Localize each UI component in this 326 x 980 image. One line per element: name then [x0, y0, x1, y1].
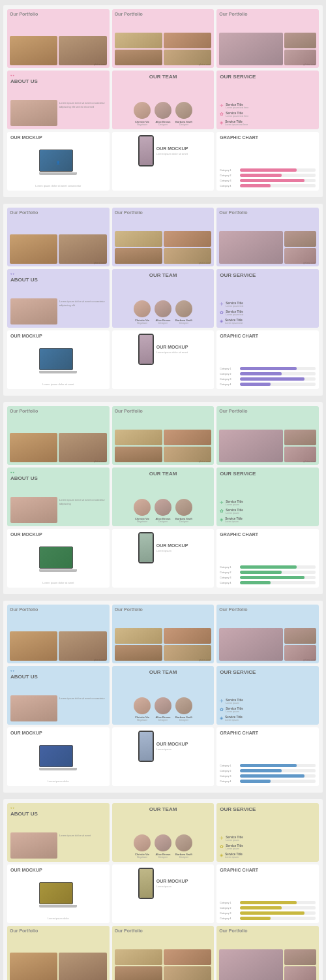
- heart-deco-about: ♥ ♥: [10, 74, 106, 77]
- pink-about-slide: ♥ ♥ ABOUT US Lorem ipsum dolor sit amet …: [7, 71, 110, 129]
- pink-portfolio-row: Our Portfolio gfxtra.com Our Portfolio: [7, 9, 319, 68]
- sky-portfolio-slide-2: Our Portfolio gfxtra.com: [112, 605, 215, 663]
- yellow-mockup1-slide: OUR MOCKUP Lorem ipsum dolor: [7, 864, 110, 923]
- mint-portfolio-row: Our Portfolio gfxtra.com Our Portfolio: [7, 406, 319, 465]
- lav-mockup1-slide: OUR MOCKUP Lorem ipsum dolor sit amet: [7, 330, 110, 389]
- team-member-3: Barbara Swift Designer: [175, 102, 192, 126]
- service-icon-1: ✈: [220, 103, 224, 108]
- lav-mockup-row: OUR MOCKUP Lorem ipsum dolor sit amet: [7, 330, 319, 389]
- yellow-about-slide: ♥ ♥ ABOUT US Lorem ipsum dolor sit amet: [7, 803, 110, 862]
- pink-portfolio-slide-2: Our Portfolio gfxtra.com: [112, 9, 215, 68]
- pink-chart-slide: GRAPHIC CHART Category 1 Category 2 Cate…: [216, 132, 319, 191]
- sky-main-row: ♥ ♥ ABOUT US Lorem ipsum dolor sit amet …: [7, 666, 319, 725]
- yellow-portfolio-slide-2: Our Portfolio gfxtra.com: [112, 926, 215, 980]
- yellow-main-row: ♥ ♥ ABOUT US Lorem ipsum dolor sit amet …: [7, 803, 319, 862]
- team-member-2: Alice Brown Designer: [155, 102, 171, 126]
- chart-title-pink: GRAPHIC CHART: [220, 135, 316, 140]
- mockup2-title-pink: OUR MOCKUP: [156, 146, 188, 151]
- lav-portfolio-row: Our Portfolio gfxtra.com Our Portfolio: [7, 208, 319, 266]
- lav-about-slide: ♥ ♥ ABOUT US Lorem ipsum dolor sit amet …: [7, 269, 110, 328]
- sky-about-slide: ♥ ♥ ABOUT US Lorem ipsum dolor sit amet …: [7, 666, 110, 725]
- sky-mockup2-slide: OUR MOCKUP Lorem ipsum: [112, 727, 215, 786]
- mint-chart-slide: GRAPHIC CHART Category 1 Category 2 Cate…: [216, 529, 319, 588]
- mint-service-slide: OUR SERVICE ✈ Service TitleLorem ipsum ✿…: [216, 467, 319, 526]
- yellow-mockup2-slide: OUR MOCKUP Lorem ipsum: [112, 864, 215, 923]
- mint-mockup1-slide: OUR MOCKUP Lorem ipsum dolor sit amet: [7, 529, 110, 588]
- mint-portfolio-slide-1: Our Portfolio gfxtra.com: [7, 406, 110, 465]
- page-wrapper: Our Portfolio gfxtra.com Our Portfolio: [0, 0, 326, 980]
- yellow-mockup-row: OUR MOCKUP Lorem ipsum dolor: [7, 864, 319, 923]
- sky-portfolio-slide-3: Our Portfolio gfxtra.com: [216, 605, 319, 663]
- portfolio-label-1: Our Portfolio: [10, 12, 107, 16]
- yellow-portfolio-slide-1: Our Portfolio gfxtra.com: [7, 926, 110, 980]
- mint-portfolio-slide-2: Our Portfolio gfxtra.com: [112, 406, 215, 465]
- pink-mockup-row: OUR MOCKUP 👤 Lorem ipsum dolor sit amet …: [7, 132, 319, 191]
- lav-portfolio-slide-3: Our Portfolio gfxtra.com: [216, 208, 319, 266]
- sky-portfolio-slide-1: Our Portfolio gfxtra.com: [7, 605, 110, 663]
- lav-portfolio-slide-2: Our Portfolio gfxtra.com: [112, 208, 215, 266]
- lav-portfolio-slide-1: Our Portfolio gfxtra.com: [7, 208, 110, 266]
- theme-sky: Our Portfolio gfxtra.com Our Portfolio: [3, 601, 323, 793]
- watermark-3: gfxtra.com: [303, 63, 316, 66]
- mint-mockup2-slide: OUR MOCKUP Lorem ipsum: [112, 529, 215, 588]
- mockup1-title-pink: OUR MOCKUP: [10, 135, 106, 140]
- watermark-2: gfxtra.com: [199, 63, 211, 66]
- sky-service-slide: OUR SERVICE ✈ Service TitleLorem ipsum ✿…: [216, 666, 319, 725]
- portfolio-label-2: Our Portfolio: [115, 12, 212, 16]
- pink-service-slide: OUR SERVICE ✈ Service TitleLorem ipsum t…: [216, 71, 319, 129]
- yellow-team-slide: OUR TEAM Christie Vie Negotiator Alice B…: [112, 803, 215, 862]
- yellow-portfolio-slide-3: Our Portfolio gfxtra.com: [216, 926, 319, 980]
- yellow-chart-slide: GRAPHIC CHART Category 1 Category 2 Cate…: [216, 864, 319, 923]
- lav-mockup2-slide: OUR MOCKUP Lorem ipsum dolor sit amet: [112, 330, 215, 389]
- mint-mockup-row: OUR MOCKUP Lorem ipsum dolor sit amet: [7, 529, 319, 588]
- service-icon-2: ✿: [220, 112, 224, 117]
- pink-portfolio-slide-1: Our Portfolio gfxtra.com: [7, 9, 110, 68]
- sky-team-slide: OUR TEAM Christie Vie Negotiator Alice B…: [112, 666, 215, 725]
- pink-mockup2-slide: OUR MOCKUP Lorem ipsum dolor sit amet: [112, 132, 215, 191]
- pink-main-row: ♥ ♥ ABOUT US Lorem ipsum dolor sit amet …: [7, 71, 319, 129]
- about-title-pink: ABOUT US: [10, 78, 106, 84]
- lav-service-slide: OUR SERVICE ✈ Service TitleLorem ipsum t…: [216, 269, 319, 328]
- theme-yellow: ♥ ♥ ABOUT US Lorem ipsum dolor sit amet …: [3, 799, 323, 980]
- sky-chart-slide: GRAPHIC CHART Category 1 Category 2 Cate…: [216, 727, 319, 786]
- service-title-pink: OUR SERVICE: [220, 74, 316, 80]
- pink-mockup1-slide: OUR MOCKUP 👤 Lorem ipsum dolor sit amet …: [7, 132, 110, 191]
- watermark-1: gfxtra.com: [94, 63, 106, 66]
- mint-team-slide: OUR TEAM Christie Vie Negotiator Alice B…: [112, 467, 215, 526]
- pink-team-slide: OUR TEAM Christie Vie Negotiator Alice B…: [112, 71, 215, 129]
- pink-portfolio-slide-3: Our Portfolio gfxtra.com: [216, 9, 319, 68]
- lav-main-row: ♥ ♥ ABOUT US Lorem ipsum dolor sit amet …: [7, 269, 319, 328]
- lav-chart-slide: GRAPHIC CHART Category 1 Category 2 Cate…: [216, 330, 319, 389]
- theme-pink: Our Portfolio gfxtra.com Our Portfolio: [3, 5, 323, 197]
- portfolio-label-3: Our Portfolio: [219, 12, 316, 16]
- team-member-1: Christie Vie Negotiator: [134, 102, 151, 126]
- yellow-portfolio-row: Our Portfolio gfxtra.com Our Portfolio: [7, 926, 319, 980]
- sky-mockup1-slide: OUR MOCKUP Lorem ipsum dolor: [7, 727, 110, 786]
- sky-portfolio-row: Our Portfolio gfxtra.com Our Portfolio: [7, 605, 319, 663]
- theme-lavender: Our Portfolio gfxtra.com Our Portfolio: [3, 204, 323, 396]
- mint-about-slide: ♥ ♥ ABOUT US Lorem ipsum dolor sit amet …: [7, 467, 110, 526]
- sky-mockup-row: OUR MOCKUP Lorem ipsum dolor: [7, 727, 319, 786]
- service-icon-3: ◈: [220, 120, 223, 125]
- mint-main-row: ♥ ♥ ABOUT US Lorem ipsum dolor sit amet …: [7, 467, 319, 526]
- mint-portfolio-slide-3: Our Portfolio gfxtra.com: [216, 406, 319, 465]
- lav-team-slide: OUR TEAM Christie Vie Negotiator Alice B…: [112, 269, 215, 328]
- theme-mint: Our Portfolio gfxtra.com Our Portfolio: [3, 402, 323, 594]
- yellow-service-slide: OUR SERVICE ✈ Service TitleLorem ipsum ✿…: [216, 803, 319, 862]
- team-title-pink: OUR TEAM: [149, 74, 177, 80]
